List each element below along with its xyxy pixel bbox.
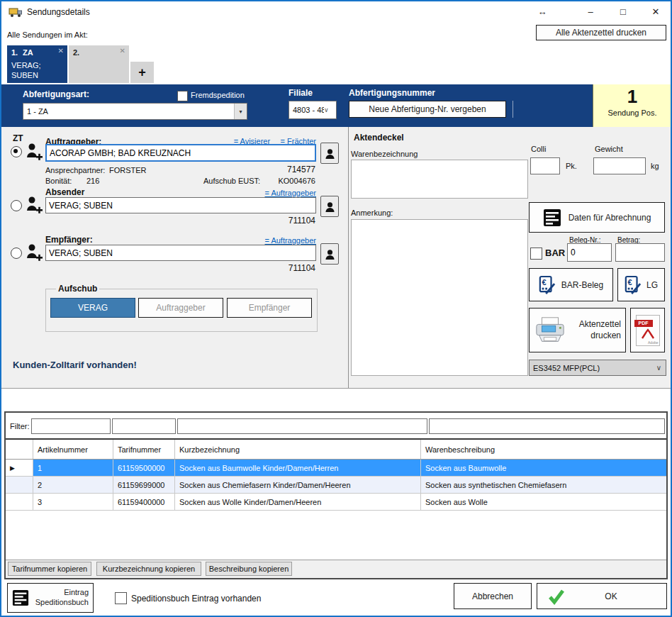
warenbezeichnung-textarea[interactable] bbox=[351, 160, 528, 199]
col-header-tarifnummer[interactable]: Tarifnummer bbox=[113, 440, 175, 459]
print-all-aktenzettel-button[interactable]: Alle Aktenzettel drucken bbox=[536, 25, 666, 40]
col-header-warenbeschreibung[interactable]: Warenbeschreibung bbox=[421, 440, 666, 459]
aktenzettel-drucken-button[interactable]: Aktenzettel drucken bbox=[529, 308, 626, 352]
daten-fuer-abrechnung-button[interactable]: Daten für Abrechnung bbox=[529, 202, 665, 233]
svg-text:€: € bbox=[542, 278, 546, 287]
copy-tarifnummer-button[interactable]: Tarifnummer kopieren bbox=[8, 562, 91, 576]
abfertigungsnummer-label: Abfertigungsnummer bbox=[349, 88, 435, 98]
tab1-type: ZA bbox=[23, 48, 33, 57]
neue-abfertigungsnummer-button[interactable]: Neue Abfertigung-Nr. vergeben bbox=[349, 101, 506, 118]
row-selector-cell: ▶ bbox=[6, 460, 33, 476]
aktenzettel-label-line1: Aktenzettel bbox=[579, 319, 621, 329]
bar-beleg-button[interactable]: € BAR-Beleg bbox=[529, 268, 613, 301]
printer-value: ES3452 MFP(PCL) bbox=[530, 364, 656, 372]
add-person-icon[interactable] bbox=[26, 243, 43, 265]
absender-contact-button[interactable] bbox=[320, 196, 339, 217]
sendung-pos-label: Sendung Pos. bbox=[593, 109, 671, 117]
sendung-pos-panel: 1 Sendung Pos. bbox=[593, 84, 671, 127]
printer-select[interactable]: ES3452 MFP(PCL) ∨ bbox=[529, 360, 666, 376]
eintrag-label-line2: Speditionsbuch bbox=[35, 598, 89, 606]
empfaenger-auftraggeber-link[interactable]: = Auftraggeber bbox=[265, 236, 316, 245]
auftraggeber-number: 714577 bbox=[235, 165, 315, 174]
copy-buttons-strip: Tarifnummer kopieren Kurzbezeichnung kop… bbox=[6, 560, 666, 578]
ok-button[interactable]: OK bbox=[537, 583, 667, 609]
panel-divider bbox=[348, 127, 349, 388]
filter-tarifnummer-input[interactable] bbox=[112, 418, 176, 434]
aufschub-verag-button[interactable]: VERAG bbox=[50, 298, 135, 318]
colli-input[interactable] bbox=[530, 157, 560, 174]
absender-radio[interactable] bbox=[11, 200, 22, 211]
pdf-button[interactable]: PDF Adobe bbox=[630, 308, 665, 352]
auftraggeber-contact-button[interactable] bbox=[320, 143, 339, 164]
add-person-icon[interactable] bbox=[26, 142, 43, 164]
table-cell: Socken aus Wolle Kinder/Damen/Heeren bbox=[175, 494, 421, 510]
aufschub-empfaenger-button[interactable]: Empfänger bbox=[227, 298, 312, 318]
table-cell: Socken aus synthetischen Chemiefasern bbox=[421, 477, 666, 493]
dock-icon[interactable]: ↔ bbox=[533, 4, 551, 19]
eintrag-speditionsbuch-button[interactable]: Eintrag Speditionsbuch bbox=[7, 583, 94, 613]
euro-receipt-icon: € bbox=[539, 274, 556, 296]
col-header-kurzbezeichnung[interactable]: Kurzbezeichnung bbox=[175, 440, 421, 459]
anmerkung-textarea[interactable] bbox=[351, 219, 528, 376]
tab-shipment-2[interactable]: 2. ✕ bbox=[69, 45, 129, 83]
pdf-icon: PDF Adobe bbox=[636, 315, 660, 346]
pdf-banner: PDF bbox=[634, 320, 653, 327]
filiale-select[interactable]: 4803 - 480 ∨ bbox=[289, 101, 337, 119]
copy-beschreibung-button[interactable]: Beschreibung kopieren bbox=[206, 562, 292, 576]
table-row[interactable]: 2 61159699000 Socken aus Chemiefasern Ki… bbox=[6, 477, 666, 494]
close-icon[interactable]: ✕ bbox=[646, 4, 665, 19]
table-row[interactable]: 3 61159400000 Socken aus Wolle Kinder/Da… bbox=[6, 494, 666, 511]
auftraggeber-radio[interactable] bbox=[11, 146, 22, 157]
beleg-nr-input[interactable] bbox=[567, 243, 612, 262]
aktendeckel-title: Aktendeckel bbox=[354, 133, 404, 143]
betrag-input[interactable] bbox=[615, 243, 665, 262]
fremdspedition-checkbox[interactable] bbox=[177, 91, 188, 101]
table-cell: Socken aus Wolle bbox=[421, 494, 666, 510]
add-tab-button[interactable]: + bbox=[130, 62, 154, 83]
empfaenger-contact-button[interactable] bbox=[320, 243, 339, 265]
abfertigungsart-select[interactable]: 1 - ZA ▾ bbox=[23, 103, 247, 120]
filiale-value: 4803 - 480 bbox=[289, 106, 324, 114]
empfaenger-radio[interactable] bbox=[11, 248, 22, 259]
absender-auftraggeber-link[interactable]: = Auftraggeber bbox=[265, 189, 316, 197]
filter-kurzbezeichnung-input[interactable] bbox=[177, 418, 427, 434]
dropdown-arrow-icon[interactable]: ▾ bbox=[234, 104, 247, 119]
auftraggeber-input[interactable] bbox=[45, 144, 316, 162]
col-header-artikelnummer[interactable]: Artikelnummer bbox=[33, 440, 113, 459]
maximize-icon[interactable]: □ bbox=[614, 4, 632, 19]
cancel-button[interactable]: Abbrechen bbox=[454, 583, 532, 609]
absender-input[interactable] bbox=[45, 197, 316, 213]
minimize-icon[interactable]: – bbox=[581, 4, 600, 19]
aufschub-auftraggeber-button[interactable]: Auftraggeber bbox=[138, 298, 223, 318]
gewicht-label: Gewicht bbox=[595, 145, 623, 153]
row-selector-cell bbox=[6, 494, 33, 510]
empfaenger-input[interactable] bbox=[45, 245, 316, 261]
bonitaet-value: 216 bbox=[86, 177, 99, 185]
table-cell: Socken aus Chemiefasern Kinder/Damen/Hee… bbox=[175, 477, 421, 493]
tab2-close-icon[interactable]: ✕ bbox=[120, 47, 125, 55]
lg-button[interactable]: € LG bbox=[617, 268, 665, 301]
abfertigungsart-label: Abfertigungsart: bbox=[23, 89, 89, 99]
copy-kurzbezeichnung-button[interactable]: Kurzbezeichnung kopieren bbox=[96, 562, 201, 576]
bar-checkbox[interactable] bbox=[530, 248, 542, 260]
empfaenger-label: Empfänger: bbox=[45, 235, 93, 245]
speditionsbuch-checkbox[interactable] bbox=[115, 592, 127, 604]
tab-shipment-1[interactable]: 1. ZA ✕ VERAG; SUBEN bbox=[7, 45, 67, 83]
table-cell: 61159699000 bbox=[113, 477, 175, 493]
filter-artikelnummer-input[interactable] bbox=[31, 418, 111, 434]
current-row-arrow-icon: ▶ bbox=[10, 465, 15, 472]
table-cell: Socken aus Baumwolle bbox=[421, 460, 666, 476]
table-row[interactable]: ▶ 1 61159500000 Socken aus Baumwolle Kin… bbox=[6, 460, 666, 477]
gewicht-input[interactable] bbox=[593, 157, 646, 174]
bar-label: BAR bbox=[545, 248, 565, 258]
lg-label: LG bbox=[646, 280, 658, 290]
ansprechpartner-value: FORSTER bbox=[109, 166, 147, 174]
filter-warenbeschreibung-input[interactable] bbox=[429, 418, 665, 434]
sendung-pos-count: 1 bbox=[593, 86, 671, 108]
list-icon bbox=[12, 589, 29, 606]
add-person-icon[interactable] bbox=[26, 195, 43, 217]
table-cell: 3 bbox=[33, 494, 113, 510]
toolbar-divider bbox=[513, 101, 513, 118]
absender-label: Absender bbox=[45, 187, 84, 197]
tab1-close-icon[interactable]: ✕ bbox=[58, 47, 64, 55]
